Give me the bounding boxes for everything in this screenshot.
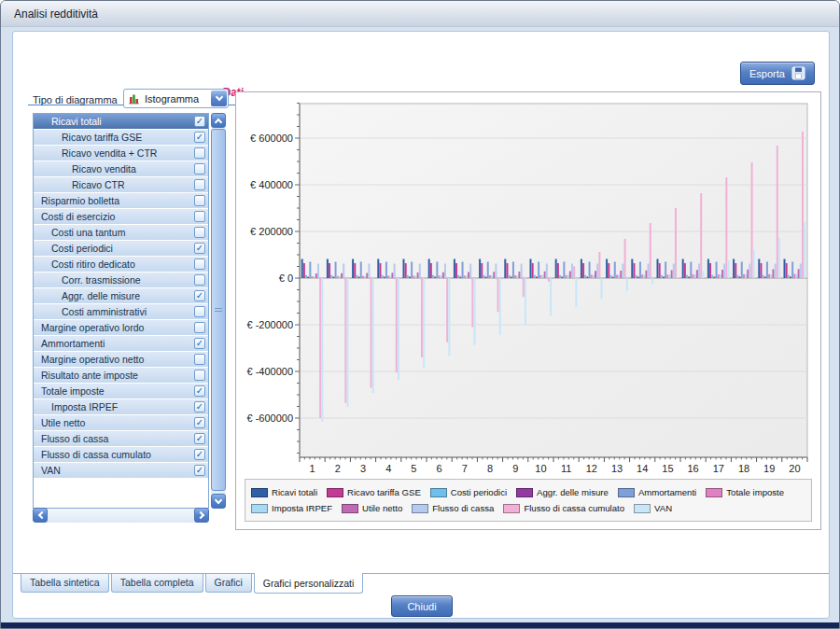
legend-swatch <box>251 488 268 497</box>
legend-label: VAN <box>654 503 672 513</box>
scroll-left-button[interactable] <box>33 508 48 523</box>
checkbox[interactable] <box>194 163 205 175</box>
list-item[interactable]: Corr. trasmissione <box>34 273 208 287</box>
svg-text:16: 16 <box>687 463 698 474</box>
checkbox[interactable] <box>194 306 205 317</box>
svg-text:17: 17 <box>713 463 724 474</box>
svg-text:13: 13 <box>611 463 623 474</box>
svg-text:15: 15 <box>662 463 673 474</box>
checkbox[interactable]: ✓ <box>194 433 205 444</box>
list-item[interactable]: Costi periodici✓ <box>34 241 208 256</box>
legend-label: Flusso di cassa <box>432 503 494 513</box>
list-item[interactable]: Flusso di cassa cumulato✓ <box>34 447 208 462</box>
list-item[interactable]: Costi amministrativi <box>34 304 208 319</box>
list-item[interactable]: Costi una tantum <box>34 225 208 240</box>
tab-grafici[interactable]: Grafici <box>205 574 252 593</box>
list-item[interactable]: Risparmio bolletta <box>34 193 208 208</box>
tab-tabella-completa[interactable]: Tabella completa <box>111 574 203 593</box>
tab-tabella-sintetica[interactable]: Tabella sintetica <box>21 574 109 593</box>
list-item[interactable]: Ricavo vendita + CTR <box>34 146 208 161</box>
checkbox[interactable] <box>194 354 205 365</box>
combobox-dropdown-button[interactable] <box>211 91 227 106</box>
list-item[interactable]: Risultato ante imposte <box>34 368 208 383</box>
vertical-scrollbar[interactable] <box>211 113 226 509</box>
checkbox[interactable] <box>194 322 205 333</box>
svg-text:20: 20 <box>789 463 800 474</box>
checkbox[interactable]: ✓ <box>194 385 205 397</box>
scroll-up-button[interactable] <box>211 113 226 128</box>
list-item[interactable]: Aggr. delle misure✓ <box>34 288 208 303</box>
checkbox[interactable]: ✓ <box>194 116 205 127</box>
list-item[interactable]: Utile netto✓ <box>34 415 208 430</box>
checkbox[interactable]: ✓ <box>194 449 205 460</box>
legend-label: Ammortamenti <box>638 487 696 497</box>
scroll-down-button[interactable] <box>211 494 226 509</box>
window-bottom-edge <box>1 622 839 628</box>
svg-text:3: 3 <box>360 463 366 474</box>
list-item[interactable]: Ricavi totali✓ <box>34 114 208 129</box>
series-list-container: Ricavi totali✓Ricavo tariffa GSE✓Ricavo … <box>33 113 226 523</box>
list-item[interactable]: Costi di esercizio <box>34 209 208 224</box>
list-item[interactable]: Margine operativo lordo <box>34 320 208 335</box>
list-item[interactable]: Totale imposte✓ <box>34 384 208 398</box>
list-item[interactable]: Costi ritiro dedicato <box>34 257 208 272</box>
checkbox[interactable] <box>194 259 205 270</box>
legend-item: Aggr. delle misure <box>516 487 609 497</box>
chiudi-button[interactable]: Chiudi <box>391 595 453 617</box>
legend-swatch <box>430 488 447 497</box>
list-item[interactable]: Ricavo CTR <box>34 177 208 192</box>
checkbox[interactable]: ✓ <box>194 132 205 143</box>
list-item[interactable]: Ricavo vendita <box>34 161 208 176</box>
legend-swatch <box>412 504 428 513</box>
checkbox[interactable] <box>194 211 205 222</box>
checkbox[interactable] <box>194 227 205 238</box>
legend-label: Imposta IRPEF <box>272 503 332 513</box>
window-title: Analisi redditività <box>1 7 98 21</box>
chevron-up-icon <box>215 118 222 125</box>
legend-swatch <box>503 504 520 513</box>
list-item[interactable]: Margine operativo netto <box>34 352 208 367</box>
list-item[interactable]: Flusso di cassa✓ <box>34 431 208 446</box>
diagram-type-combobox[interactable]: Istogramma <box>123 89 229 108</box>
svg-text:€ 0: € 0 <box>279 273 293 284</box>
scroll-right-button[interactable] <box>194 508 209 523</box>
list-item[interactable]: Ricavo tariffa GSE✓ <box>34 130 208 145</box>
checkbox[interactable]: ✓ <box>194 401 205 412</box>
list-item-label: Aggr. delle misure <box>34 288 208 303</box>
list-item[interactable]: VAN✓ <box>34 463 208 478</box>
list-item-label: Ricavo vendita + CTR <box>34 146 208 161</box>
list-item-label: Costi una tantum <box>34 225 208 240</box>
list-item-label: Ricavo CTR <box>34 177 208 192</box>
checkbox[interactable] <box>194 147 205 159</box>
checkbox[interactable]: ✓ <box>194 243 205 254</box>
checkbox[interactable]: ✓ <box>194 290 205 301</box>
checkbox[interactable] <box>194 274 205 286</box>
checkbox[interactable] <box>194 195 205 206</box>
legend-label: Utile netto <box>362 503 402 513</box>
checkbox[interactable]: ✓ <box>194 417 205 428</box>
legend-swatch <box>342 504 358 513</box>
legend-swatch <box>706 488 722 497</box>
list-item-label: Corr. trasmissione <box>34 273 208 287</box>
list-item[interactable]: Imposta IRPEF✓ <box>34 399 208 414</box>
checkbox[interactable]: ✓ <box>194 338 205 349</box>
list-item-label: Ricavo tariffa GSE <box>34 130 208 145</box>
checkbox[interactable] <box>194 179 205 190</box>
list-item-label: Totale imposte <box>34 384 208 398</box>
esporta-button[interactable]: Esporta <box>740 62 815 85</box>
list-item-label: Margine operativo netto <box>34 352 208 367</box>
svg-text:6: 6 <box>437 463 442 474</box>
checkbox[interactable]: ✓ <box>194 465 205 476</box>
horizontal-scrollbar[interactable] <box>33 509 209 523</box>
svg-text:12: 12 <box>586 463 597 474</box>
list-item[interactable]: Ammortamenti✓ <box>34 336 208 351</box>
list-item-label: Ammortamenti <box>34 336 208 351</box>
save-icon <box>791 66 805 80</box>
checkbox[interactable] <box>194 370 205 381</box>
legend-item: Flusso di cassa cumulato <box>503 503 624 513</box>
vertical-scrollbar-thumb[interactable] <box>211 129 226 491</box>
legend-item: Ricavo tariffa GSE <box>327 487 421 497</box>
legend-label: Ricavo tariffa GSE <box>347 487 421 497</box>
svg-text:7: 7 <box>462 463 468 474</box>
tab-grafici-personalizzati[interactable]: Grafici personalizzati <box>254 573 363 594</box>
